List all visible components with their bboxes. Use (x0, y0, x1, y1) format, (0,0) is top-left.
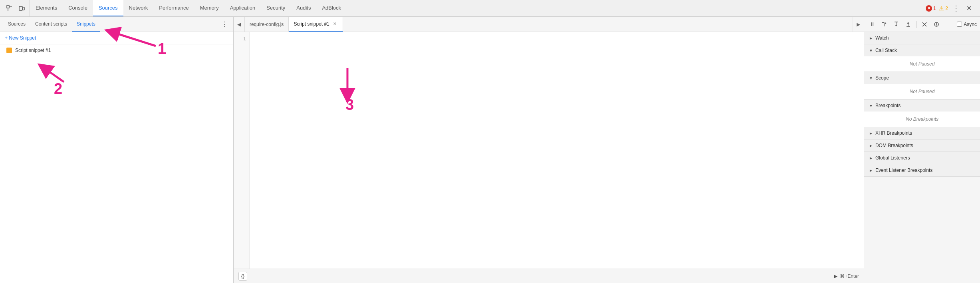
section-global-listeners: ►Global Listeners (864, 152, 980, 164)
devtools-icons (2, 0, 30, 16)
tab-adblock[interactable]: AdBlock (316, 0, 347, 16)
section-breakpoints: ▼BreakpointsNo Breakpoints (864, 100, 980, 127)
section-arrow-scope: ▼ (869, 76, 873, 80)
line-number: 1 (243, 35, 246, 42)
topbar-right: ✕ 1 ⚠ 2 ⋮ ✕ (926, 4, 978, 13)
sub-tabbar: Sources Content scripts Snippets ⋮ (0, 17, 233, 32)
section-content-call-stack: Not Paused (864, 56, 980, 72)
section-content-scope: Not Paused (864, 84, 980, 99)
list-item[interactable]: Script snippet #1 (0, 44, 233, 56)
step-out-button[interactable] (903, 20, 913, 29)
section-header-scope[interactable]: ▼Scope (864, 72, 980, 84)
section-dom-breakpoints: ►DOM Breakpoints (864, 140, 980, 152)
editor-tabbar: ◀ require-config.js Script snippet #1 ✕ … (234, 17, 864, 32)
more-options-icon[interactable]: ⋮ (951, 4, 961, 13)
section-header-breakpoints[interactable]: ▼Breakpoints (864, 100, 980, 112)
center-panel: ◀ require-config.js Script snippet #1 ✕ … (234, 17, 864, 283)
section-header-dom-breakpoints[interactable]: ►DOM Breakpoints (864, 140, 980, 151)
section-arrow-breakpoints: ▼ (869, 104, 873, 108)
inspect-element-icon[interactable] (5, 4, 14, 13)
section-arrow-event-listener-breakpoints: ► (869, 168, 873, 173)
section-header-watch[interactable]: ►Watch (864, 32, 980, 44)
section-label-scope: Scope (875, 75, 889, 81)
deactivate-breakpoints-button[interactable] (920, 20, 929, 29)
right-panel: ⏸ (864, 17, 980, 283)
step-over-button[interactable] (879, 20, 889, 29)
editor-area: 1 (234, 32, 864, 269)
device-toolbar-icon[interactable] (17, 4, 26, 13)
section-call-stack: ▼Call StackNot Paused (864, 44, 980, 72)
editor-tab-scroll-right-icon[interactable]: ▶ (853, 17, 864, 32)
section-content-breakpoints: No Breakpoints (864, 112, 980, 127)
svg-point-17 (936, 25, 937, 26)
section-event-listener-breakpoints: ►Event Listener Breakpoints (864, 164, 980, 177)
editor-bottom-bar: {} ▶ ⌘+Enter (234, 269, 864, 283)
snippets-panel: + New Snippet Script snippet #1 (0, 32, 233, 283)
warn-count: ⚠ 2 (939, 5, 948, 12)
warn-icon: ⚠ (939, 5, 944, 12)
error-count: ✕ 1 (926, 5, 936, 12)
subtab-sources[interactable]: Sources (3, 17, 30, 32)
section-arrow-call-stack: ▼ (869, 48, 873, 53)
pause-on-exceptions-button[interactable] (932, 20, 941, 29)
subtab-snippets[interactable]: Snippets (72, 17, 100, 32)
section-xhr-breakpoints: ►XHR Breakpoints (864, 127, 980, 140)
section-header-global-listeners[interactable]: ►Global Listeners (864, 152, 980, 164)
tab-network[interactable]: Network (123, 0, 154, 16)
section-header-xhr-breakpoints[interactable]: ►XHR Breakpoints (864, 127, 980, 139)
async-checkbox-input[interactable] (957, 22, 962, 27)
svg-rect-4 (23, 7, 24, 10)
svg-marker-5 (885, 22, 886, 24)
async-checkbox[interactable]: Async (957, 22, 977, 27)
section-watch: ►Watch (864, 32, 980, 44)
error-icon: ✕ (926, 5, 932, 12)
section-label-xhr-breakpoints: XHR Breakpoints (875, 130, 912, 136)
section-label-dom-breakpoints: DOM Breakpoints (875, 143, 913, 148)
tab-console[interactable]: Console (63, 0, 93, 16)
snippet-file-icon (6, 48, 12, 53)
section-label-global-listeners: Global Listeners (875, 155, 910, 161)
close-devtools-icon[interactable]: ✕ (964, 4, 974, 13)
tab-memory[interactable]: Memory (194, 0, 224, 16)
editor-tab-close-icon[interactable]: ✕ (332, 21, 338, 27)
top-tabbar: Elements Console Sources Network Perform… (0, 0, 980, 17)
tab-security[interactable]: Security (261, 0, 291, 16)
tab-audits[interactable]: Audits (291, 0, 316, 16)
section-scope: ▼ScopeNot Paused (864, 72, 980, 100)
editor-tab-require-config[interactable]: require-config.js (245, 17, 289, 32)
section-label-call-stack: Call Stack (875, 48, 897, 53)
tab-application[interactable]: Application (224, 0, 261, 16)
section-arrow-dom-breakpoints: ► (869, 143, 873, 148)
section-label-event-listener-breakpoints: Event Listener Breakpoints (875, 167, 932, 173)
sections-container: ►Watch▼Call StackNot Paused▼ScopeNot Pau… (864, 32, 980, 177)
debugger-toolbar: ⏸ (864, 17, 980, 32)
section-header-event-listener-breakpoints[interactable]: ►Event Listener Breakpoints (864, 164, 980, 176)
section-label-breakpoints: Breakpoints (875, 103, 901, 108)
line-numbers: 1 (234, 32, 250, 269)
pause-button[interactable]: ⏸ (867, 20, 877, 29)
editor-tab-scroll-left-icon[interactable]: ◀ (234, 17, 245, 32)
left-panel: Sources Content scripts Snippets ⋮ + New… (0, 17, 234, 283)
main-layout: Sources Content scripts Snippets ⋮ + New… (0, 17, 980, 283)
subtab-content-scripts[interactable]: Content scripts (30, 17, 72, 32)
tab-sources[interactable]: Sources (93, 0, 123, 16)
section-label-watch: Watch (875, 35, 889, 41)
svg-rect-3 (19, 6, 22, 10)
new-snippet-button[interactable]: + New Snippet (0, 32, 233, 44)
section-arrow-watch: ► (869, 36, 873, 40)
toolbar-divider (916, 21, 917, 28)
editor-content[interactable] (250, 32, 864, 269)
section-arrow-global-listeners: ► (869, 156, 873, 160)
tab-elements[interactable]: Elements (30, 0, 63, 16)
step-into-button[interactable] (891, 20, 901, 29)
svg-marker-8 (895, 25, 897, 26)
editor-tab-script-snippet[interactable]: Script snippet #1 ✕ (289, 17, 343, 32)
section-header-call-stack[interactable]: ▼Call Stack (864, 44, 980, 56)
svg-marker-11 (907, 22, 909, 24)
pretty-print-button[interactable]: {} (238, 272, 247, 281)
tab-performance[interactable]: Performance (153, 0, 194, 16)
svg-rect-0 (7, 6, 9, 8)
sub-tabbar-menu-icon[interactable]: ⋮ (219, 20, 230, 28)
section-arrow-xhr-breakpoints: ► (869, 131, 873, 136)
run-snippet-button[interactable]: ▶ ⌘+Enter (834, 273, 859, 279)
